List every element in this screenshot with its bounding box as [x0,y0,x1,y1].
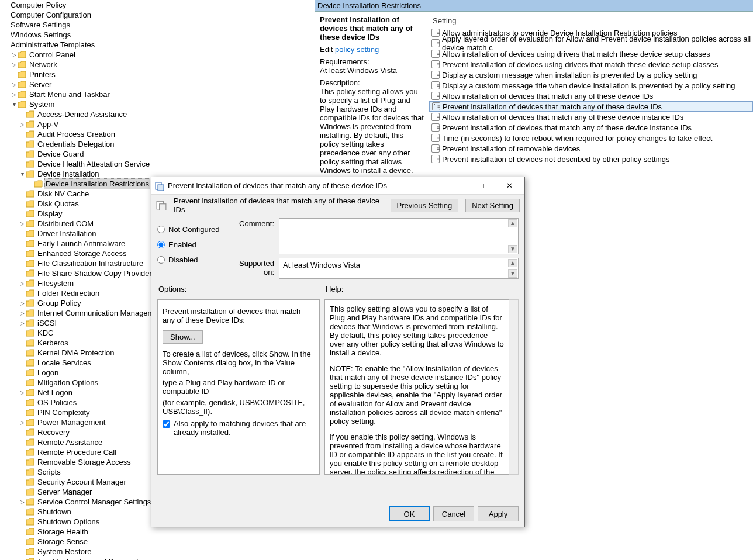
ok-button[interactable]: OK [389,506,430,521]
minimize-button[interactable]: — [451,178,474,193]
setting-row[interactable]: ⋮≡Allow installation of devices using dr… [429,49,753,59]
previous-setting-button[interactable]: Previous Setting [391,199,459,212]
radio-disabled[interactable]: Disabled [157,252,222,267]
setting-row[interactable]: ⋮≡Prevent installation of removable devi… [429,143,753,154]
tree-item-label: Network [28,60,58,70]
policy-item-icon: ⋮≡ [431,29,440,37]
edit-policy-link[interactable]: policy setting [335,45,379,54]
tree-item-label: Locale Services [36,358,92,368]
chevron-right-icon[interactable]: ▷ [19,556,26,560]
dialog-titlebar[interactable]: Prevent installation of devices that mat… [151,177,524,195]
chevron-right-icon[interactable]: ▷ [19,119,26,129]
folder-icon [26,448,35,457]
folder-icon [26,190,35,198]
tree-item[interactable]: Computer Configuration [2,10,313,20]
scroll-down-icon[interactable]: ▼ [508,269,517,278]
tree-item[interactable]: Device Health Attestation Service [2,159,313,169]
apply-button[interactable]: Apply [478,506,519,521]
chevron-right-icon[interactable]: ▷ [11,50,18,60]
tree-item[interactable]: ▷Control Panel [2,50,313,60]
state-radio-group: Not Configured Enabled Disabled [157,218,222,282]
setting-row[interactable]: ⋮≡Display a custom message when installa… [429,70,753,80]
tree-item[interactable]: Software Settings [2,20,313,30]
tree-item[interactable]: Computer Policy [2,0,313,10]
tree-item-label: Audit Process Creation [36,129,116,139]
setting-row[interactable]: ⋮≡Prevent installation of devices not de… [429,154,753,164]
chevron-right-icon[interactable]: ▷ [11,79,18,89]
folder-icon [26,438,35,447]
help-scrollbar[interactable] [509,299,519,475]
setting-row[interactable]: ⋮≡Apply layered order of evaluation for … [429,38,753,49]
tree-item-label: Enhanced Storage Access [36,248,128,258]
help-paragraph: If you enable this policy setting, Windo… [330,433,504,475]
chevron-right-icon[interactable]: ▷ [11,60,18,70]
tree-item[interactable]: Storage Sense [2,537,313,547]
chevron-right-icon[interactable]: ▷ [19,318,26,328]
radio-disabled-input[interactable] [157,256,165,264]
tree-item[interactable]: ▷Start Menu and Taskbar [2,89,313,99]
tree-item[interactable]: Storage Health [2,527,313,537]
radio-enabled-input[interactable] [157,241,165,248]
tree-item[interactable]: Credentials Delegation [2,139,313,149]
tree-item[interactable]: ▷Troubleshooting and Diagnostics [2,556,313,560]
tree-item[interactable]: Audit Process Creation [2,129,313,139]
chevron-right-icon[interactable]: ▷ [19,388,26,397]
scroll-up-icon[interactable]: ▲ [508,259,517,267]
next-setting-button[interactable]: Next Setting [465,199,520,212]
chevron-right-icon[interactable]: ▷ [19,308,26,318]
policy-item-icon: ⋮≡ [431,50,440,58]
edit-label: Edit [320,45,333,54]
description-text: This policy setting allows you to specif… [320,87,424,175]
chevron-right-icon[interactable]: ▷ [19,298,26,308]
tree-item-label: Filesystem [36,278,75,288]
tree-item-label: Computer Policy [9,0,67,10]
setting-row[interactable]: ⋮≡Prevent installation of devices that m… [429,122,753,133]
chevron-right-icon[interactable]: ▷ [19,219,26,229]
tree-item[interactable]: Administrative Templates [2,40,313,50]
setting-column-header: Setting [429,14,753,27]
tree-item-label: Folder Redirection [36,288,101,298]
chevron-right-icon[interactable]: ▷ [19,497,26,507]
chevron-down-icon[interactable]: ▾ [19,169,26,179]
show-button[interactable]: Show... [163,330,203,344]
radio-not-configured-input[interactable] [157,226,165,233]
radio-not-configured[interactable]: Not Configured [157,222,222,237]
scroll-down-icon[interactable]: ▼ [508,245,517,253]
tree-item-label: Remote Assistance [36,437,103,447]
category-header: Device Installation Restrictions [315,0,753,12]
setting-row[interactable]: ⋮≡Prevent installation of devices that m… [429,101,753,112]
setting-row[interactable]: ⋮≡Allow installation of devices that mat… [429,112,753,122]
tree-item[interactable]: Access-Denied Assistance [2,109,313,119]
close-button[interactable]: ✕ [498,178,521,193]
tree-item-label: Early Launch Antimalware [36,238,126,248]
comment-field[interactable]: ▲ ▼ [279,218,519,254]
tree-item[interactable]: ▷App-V [2,119,313,129]
chevron-right-icon[interactable]: ▷ [19,417,26,427]
tree-item-label: Storage Sense [36,537,89,547]
tree-item[interactable]: ▾System [2,99,313,109]
scroll-up-icon[interactable]: ▲ [508,219,517,227]
setting-row[interactable]: ⋮≡Display a custom message title when de… [429,80,753,91]
tree-item[interactable]: Windows Settings [2,30,313,40]
tree-item-label: Server Manager [36,487,93,497]
radio-enabled[interactable]: Enabled [157,237,222,252]
setting-row[interactable]: ⋮≡Prevent installation of devices using … [429,59,753,70]
tree-item[interactable]: Device Guard [2,149,313,159]
setting-row[interactable]: ⋮≡Time (in seconds) to force reboot when… [429,133,753,143]
chevron-right-icon[interactable]: ▷ [11,89,18,99]
chevron-down-icon[interactable]: ▾ [11,99,18,109]
tree-item-label: Computer Configuration [9,10,92,20]
cancel-button[interactable]: Cancel [433,506,474,521]
tree-item[interactable]: ▷Server [2,79,313,89]
also-apply-checkbox[interactable] [163,420,170,428]
tree-item[interactable]: System Restore [2,547,313,556]
maximize-button[interactable]: □ [474,178,498,193]
setting-row[interactable]: ⋮≡Allow installation of devices that mat… [429,91,753,101]
tree-item[interactable]: Printers [2,70,313,79]
chevron-right-icon[interactable]: ▷ [19,278,26,288]
policy-item-icon: ⋮≡ [431,60,440,68]
tree-item[interactable]: ▷Network [2,60,313,70]
folder-icon [26,498,35,506]
tree-item-label: Device Installation Restrictions [44,178,150,189]
policy-item-icon: ⋮≡ [431,155,440,163]
